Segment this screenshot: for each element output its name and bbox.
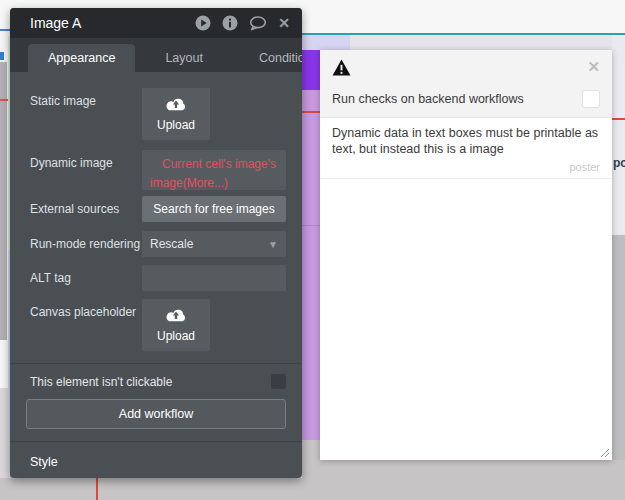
- field-label: Canvas placeholder: [30, 299, 142, 351]
- clickable-setting-row: This element isn't clickable: [10, 364, 302, 389]
- field-external-sources: External sources Search for free images: [10, 196, 302, 222]
- canvas-bottom-gray-right: [302, 460, 625, 500]
- run-checks-checkbox[interactable]: [582, 90, 600, 108]
- element-inspector-panel: Image A ✕ Appearance Layout Conditional …: [10, 8, 302, 478]
- field-canvas-placeholder: Canvas placeholder Upload: [10, 299, 302, 351]
- play-icon[interactable]: [195, 15, 211, 31]
- alt-tag-input[interactable]: [142, 265, 286, 291]
- resize-handle[interactable]: [599, 447, 609, 457]
- upload-button-label: Upload: [157, 329, 195, 343]
- canvas-blue-guide-line: [0, 29, 10, 31]
- canvas-red-guide-right: [612, 118, 625, 120]
- canvas-blue-mark: [0, 52, 4, 60]
- field-label: Static image: [30, 88, 142, 140]
- canvas-clipped-text: po: [613, 156, 625, 170]
- run-checks-label: Run checks on backend workflows: [332, 92, 524, 106]
- static-image-upload-button[interactable]: Upload: [142, 88, 210, 140]
- run-mode-rendering-select[interactable]: Rescale ▼: [142, 231, 286, 257]
- field-run-mode-rendering: Run-mode rendering Rescale ▼: [10, 231, 302, 257]
- tab-layout[interactable]: Layout: [135, 44, 233, 72]
- chevron-down-icon: ▼: [268, 239, 278, 250]
- canvas-right-gray-col: [612, 235, 625, 460]
- inspector-title: Image A: [30, 15, 81, 31]
- field-static-image: Static image Upload: [10, 88, 302, 140]
- selected-option-label: Rescale: [150, 237, 193, 251]
- style-section-label: Style: [10, 442, 302, 469]
- canvas-purple-element[interactable]: [302, 50, 320, 90]
- issue-checker-dialog: ✕ Run checks on backend workflows Dynami…: [320, 50, 612, 460]
- tab-conditional[interactable]: Conditional: [233, 44, 302, 72]
- inspector-tabbar: Appearance Layout Conditional: [10, 38, 302, 72]
- field-label: Dynamic image: [30, 150, 142, 190]
- canvas-red-guide-mid: [302, 111, 320, 113]
- run-checks-row: Run checks on backend workflows: [320, 86, 612, 118]
- appearance-tab-content: Static image Upload Dynamic image Curren…: [10, 72, 302, 469]
- canvas-lavender-row: [302, 35, 350, 50]
- issue-source-element: poster: [320, 158, 612, 179]
- field-label: Run-mode rendering: [30, 231, 142, 257]
- close-icon[interactable]: ✕: [278, 15, 290, 31]
- canvas-red-guide-vertical: [96, 478, 98, 500]
- canvas-orchid-element[interactable]: [302, 90, 320, 440]
- tab-appearance[interactable]: Appearance: [28, 44, 135, 72]
- upload-button-label: Upload: [157, 118, 195, 132]
- canvas-right-light-col: [612, 35, 625, 235]
- info-icon[interactable]: [222, 15, 238, 31]
- clickable-checkbox[interactable]: [271, 374, 286, 389]
- issue-message[interactable]: Dynamic data in text boxes must be print…: [320, 118, 612, 158]
- field-alt-tag: ALT tag: [10, 265, 302, 291]
- field-dynamic-image: Dynamic image Current cell's image's ima…: [10, 150, 302, 190]
- comment-icon[interactable]: [249, 16, 267, 31]
- field-label: External sources: [30, 196, 142, 222]
- canvas-strip-gray-mid: [302, 440, 320, 478]
- dynamic-image-expression[interactable]: Current cell's image's image(More...): [142, 150, 286, 190]
- canvas-placeholder-upload-button[interactable]: Upload: [142, 299, 210, 351]
- issue-dialog-header: ✕: [320, 50, 612, 86]
- warning-icon: [332, 59, 351, 80]
- add-workflow-button[interactable]: Add workflow: [26, 399, 286, 429]
- canvas-red-tick-left: [0, 99, 8, 101]
- cloud-upload-icon: [164, 97, 188, 116]
- canvas-orchid-divider: [302, 225, 320, 226]
- search-free-images-button[interactable]: Search for free images: [142, 196, 286, 222]
- cloud-upload-icon: [164, 308, 188, 327]
- field-label: ALT tag: [30, 265, 142, 291]
- close-icon[interactable]: ✕: [587, 59, 600, 74]
- clickable-setting-label: This element isn't clickable: [30, 375, 172, 389]
- inspector-titlebar[interactable]: Image A ✕: [10, 8, 302, 38]
- canvas-gray-row: [350, 35, 625, 50]
- canvas-left-gray-col: [0, 62, 7, 340]
